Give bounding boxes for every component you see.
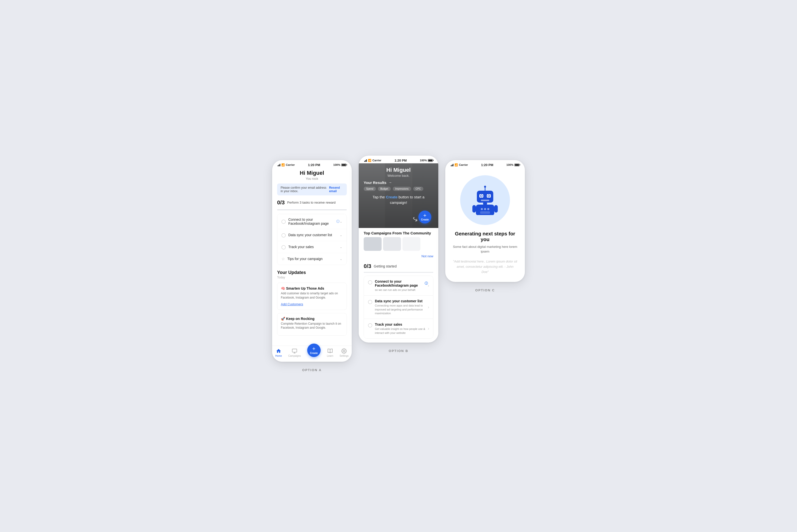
testimonial-c: "Add testimonial here.. Lorem ipsum dolo… [450, 259, 520, 274]
updates-section-a: Your Updates Today 🧠 Smarten Up Those Ad… [277, 270, 347, 336]
hint-highlight-b: Create [386, 195, 397, 199]
phone-b: 📶 Carrier 1:20 PM 100% [359, 156, 438, 343]
update-desc-1: Complete Retention Campaign to launch it… [281, 322, 343, 330]
nav-home[interactable]: Home [275, 348, 282, 357]
chevron-icon-3: ⌄ [339, 257, 342, 261]
task-left-2: ◯ Track your sales [281, 245, 314, 249]
svg-rect-11 [481, 200, 489, 201]
community-img-2 [403, 237, 420, 251]
nav-campaigns-label: Campaigns [288, 355, 301, 357]
task-sub-b-2: Get valuable insight on how people use &… [375, 327, 428, 335]
task-check-icon-1: ◯ [281, 233, 286, 238]
create-hint-b: Tap the Create button to start a campaig… [364, 194, 433, 206]
generating-sub-c: Some fact about digital marketing here l… [450, 244, 520, 254]
task-info-b-1: Data sync your customer list Connecting … [375, 299, 428, 315]
phone-a: 📶 Carrier 1:20 PM 100% Hi Miguel You roc… [272, 160, 352, 362]
task-sub-b-0: so we can run ads on your behalf. [375, 288, 428, 292]
tasks-count-a: 0/3 [277, 200, 285, 206]
task-text-0: Connect to your Facebook/Instagram page … [288, 217, 339, 226]
task-left-b-0: ◯ Connect to your Facebook/Instagram pag… [368, 280, 428, 292]
progress-bar-a [277, 209, 347, 210]
svg-rect-12 [483, 203, 487, 205]
task-text-3: Tips for your campaign [287, 257, 322, 261]
battery-a: 100% [333, 163, 346, 166]
gs-progress-b [364, 272, 433, 273]
create-fab-a[interactable]: + Create [307, 344, 321, 357]
task-left-3: ☆ Tips for your campaign [281, 256, 322, 261]
robot-illustration [471, 185, 499, 215]
nav-learn-label: Learn [327, 355, 333, 357]
task-star-icon-3: ☆ [281, 256, 285, 261]
task-item-b-1[interactable]: ◯ Data sync your customer list Connectin… [364, 296, 433, 319]
task-left-b-2: ◯ Track your sales Get valuable insight … [368, 322, 428, 335]
chevron-icon-1: ⌄ [339, 233, 342, 237]
create-plus-icon: + [312, 346, 315, 352]
task-item-3[interactable]: ☆ Tips for your campaign ⌄ [277, 253, 347, 265]
gs-header-b: 0/3 Getting started [364, 263, 433, 269]
resend-link-a[interactable]: Resend email [329, 186, 343, 193]
wifi-icon-c: 📶 [455, 163, 458, 167]
svg-point-16 [487, 208, 489, 210]
task-arrow-b-0: › [428, 283, 429, 288]
signal-icon-b [364, 159, 367, 162]
tab-spend[interactable]: Spend [364, 187, 376, 191]
phone-c: 📶 Carrier 1:20 PM 100% [445, 160, 525, 282]
update-link-0[interactable]: Add Customers [281, 302, 303, 306]
hint-text-b: Tap the [373, 195, 386, 199]
nav-settings[interactable]: Settings [339, 348, 349, 357]
status-bar-c: 📶 Carrier 1:20 PM 100% [445, 160, 525, 168]
getting-started-b: 0/3 Getting started ◯ Connect to your Fa… [359, 260, 438, 339]
task-sub-b-1: Connecting more apps and data lead to im… [375, 304, 428, 315]
overlay-greeting-b: Hi Miguel Welcome back. [364, 167, 433, 177]
update-card-1: 🚀 Keep on Rocking Complete Retention Cam… [277, 313, 347, 336]
task-check-b-1: ◯ [368, 299, 372, 304]
create-label-a: Create [310, 352, 318, 355]
task-arrow-b-1: › [428, 305, 429, 309]
carrier-a: 📶 Carrier [278, 163, 295, 167]
task-left-1: ◯ Data sync your customer list [281, 233, 332, 238]
time-c: 1:20 PM [481, 163, 493, 167]
task-item-b-0[interactable]: ◯ Connect to your Facebook/Instagram pag… [364, 276, 433, 296]
bottom-nav-a: Home Campaigns + Create Learn Settings [272, 345, 352, 362]
phone-a-content: Hi Miguel You rock Please confirm your e… [272, 168, 352, 344]
community-title-b: Top Campaigns From The Community [364, 228, 433, 237]
not-now-row-b: Not now [359, 253, 438, 260]
tab-budget[interactable]: Budget [378, 187, 391, 191]
create-label-b: Create [421, 218, 429, 221]
community-section-b: Top Campaigns From The Community [359, 228, 438, 253]
carrier-text-c: Carrier [459, 163, 468, 166]
robot-circle [460, 175, 510, 225]
svg-point-3 [484, 186, 486, 188]
time-a: 1:20 PM [308, 163, 320, 167]
task-check-icon-2: ◯ [281, 245, 286, 249]
arrow-hint-b: ↪ [410, 214, 420, 224]
option-label-b: OPTION B [389, 349, 408, 353]
task-text-2: Track your sales [288, 245, 314, 249]
task-item-0[interactable]: ◯ Connect to your Facebook/Instagram pag… [277, 214, 347, 229]
svg-point-14 [481, 208, 483, 210]
task-item-2[interactable]: ◯ Track your sales ⌄ [277, 241, 347, 253]
svg-rect-17 [480, 211, 490, 214]
svg-point-10 [488, 195, 489, 197]
create-fab-b[interactable]: + Create [419, 211, 431, 224]
results-row-b: Your Results → [364, 180, 433, 185]
task-check-b-2: ◯ [368, 323, 372, 327]
updates-today-a: Today [277, 276, 347, 279]
not-now-btn[interactable]: Not now [421, 254, 433, 258]
svg-point-9 [481, 195, 482, 197]
task-item-b-2[interactable]: ◯ Track your sales Get valuable insight … [364, 319, 433, 338]
time-b: 1:20 PM [394, 158, 407, 162]
carrier-c: 📶 Carrier [451, 163, 468, 167]
svg-point-15 [484, 208, 486, 210]
tab-cpc[interactable]: CPC [413, 187, 423, 191]
gs-label-b: Getting started [374, 264, 397, 268]
nav-campaigns[interactable]: Campaigns [288, 348, 301, 357]
tab-impressions[interactable]: Impressions [393, 187, 411, 191]
nav-learn[interactable]: Learn [327, 348, 333, 357]
battery-c: 100% [506, 163, 519, 166]
svg-rect-19 [494, 205, 498, 212]
task-left-0: ◯ Connect to your Facebook/Instagram pag… [281, 217, 339, 226]
task-info-icon-0: ⓘ [336, 219, 339, 224]
task-item-1[interactable]: ◯ Data sync your customer list ⌄ [277, 229, 347, 241]
tabs-row-b: Spend Budget Impressions CPC [364, 187, 423, 191]
